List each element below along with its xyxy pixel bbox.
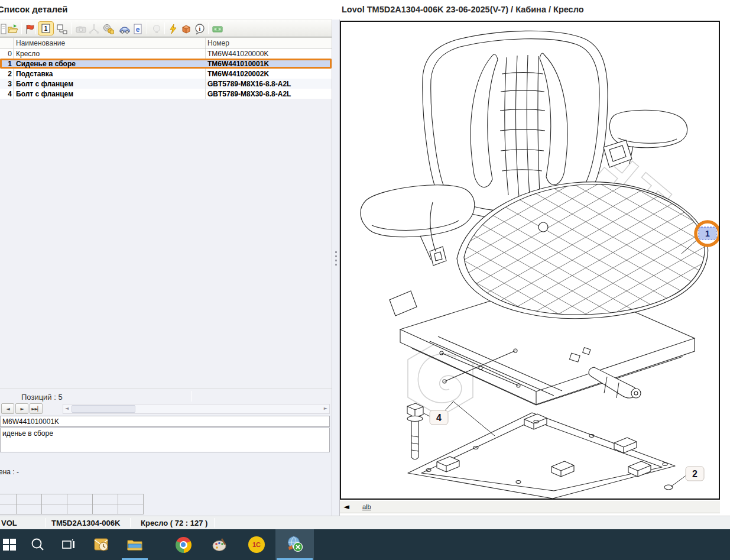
table-row[interactable]: 4 Болт с фланцем GBT5789-M8X30-8.8-A2L [0, 89, 332, 99]
grid-cell[interactable] [42, 504, 67, 514]
grid-cell[interactable] [118, 504, 144, 514]
quantity-grid[interactable]: 1 [0, 494, 144, 514]
svg-text:1: 1 [705, 229, 710, 238]
scroll-right-icon[interactable]: ► [324, 406, 327, 411]
row-index: 2 [1, 70, 12, 78]
camera-icon[interactable] [74, 22, 87, 35]
nav-prev-button[interactable]: ◄ [1, 403, 14, 414]
scroll-left-icon[interactable]: ◄ [343, 502, 349, 511]
toolbar-separator [21, 22, 22, 34]
grid-cell[interactable] [0, 504, 17, 514]
scrollbar-thumb[interactable] [72, 405, 135, 413]
part-name: Подставка [16, 70, 53, 78]
grid-cell[interactable] [42, 494, 67, 504]
selected-part-number-field[interactable]: M6W441010001K [0, 416, 330, 427]
drawing-scrollbar[interactable]: ◄ alb [340, 501, 720, 513]
part-number: GBT5789-M8X30-8.8-A2L [207, 90, 291, 98]
table-row-selected[interactable]: 1 Сиденье в сборе TM6W441010001K [0, 59, 332, 69]
paint-button[interactable] [206, 529, 234, 560]
parts-catalog-icon [286, 536, 304, 553]
windows-taskbar: 1С [0, 529, 730, 560]
grid-cell[interactable]: 1 [0, 494, 17, 504]
callout-2[interactable]: 2 [686, 467, 704, 481]
table-header[interactable]: Наименование Номер [0, 37, 332, 48]
car-icon[interactable] [118, 22, 131, 35]
toolbar-separator [208, 22, 209, 34]
hierarchy-icon[interactable] [56, 22, 69, 35]
technical-drawing-viewport[interactable]: НТ [340, 21, 720, 500]
grid-cell[interactable] [17, 494, 42, 504]
nav-last-button[interactable]: ►►▏ [30, 403, 43, 414]
grid-cell[interactable] [67, 494, 93, 504]
file-explorer-icon [126, 536, 143, 553]
search-icon [30, 537, 46, 552]
left-panel-title: Список деталей [0, 4, 68, 14]
divider [45, 518, 46, 527]
gear-coins-icon[interactable] [102, 22, 115, 35]
parts-list-panel: 1 e i [0, 20, 332, 516]
search-button[interactable] [24, 529, 52, 560]
drawing-title: Lovol TM5D2A1304-006K 23-06-2025(V-7) / … [342, 5, 584, 14]
row-index: 4 [1, 90, 12, 98]
table-row[interactable]: 0 Кресло TM6W441020000K [0, 48, 332, 59]
callout-4[interactable]: 4 [430, 410, 448, 425]
exploded-view-icon[interactable] [87, 22, 100, 35]
seat-technical-drawing: НТ [341, 22, 719, 499]
task-view-button[interactable] [54, 529, 83, 560]
callout-1-selected[interactable]: 1 [696, 222, 719, 245]
row-index: 0 [1, 50, 12, 58]
toolbar-separator [164, 22, 165, 34]
part-name: Сиденье в сборе [16, 60, 76, 68]
horizontal-scrollbar[interactable]: ◄ ► [63, 404, 330, 414]
window-header: Список деталей Lovol TM5D2A1304-006K 23-… [0, 0, 730, 20]
one-c-button[interactable]: 1С [242, 529, 271, 560]
svg-text:1: 1 [44, 25, 48, 32]
status-bar: VOL TM5D2A1304-006K Кресло ( 72 : 127 ) [0, 516, 730, 529]
open-folder-icon[interactable] [6, 22, 19, 35]
windows-logo-icon [2, 537, 17, 552]
row-index: 3 [1, 80, 12, 88]
svg-text:e: e [136, 25, 140, 34]
start-button[interactable] [0, 529, 24, 560]
document-e-icon[interactable]: e [131, 22, 144, 35]
svg-text:2: 2 [692, 469, 697, 479]
chrome-icon [176, 537, 192, 553]
selected-part-name-field[interactable]: иденье в сборе [0, 428, 330, 452]
bolt [407, 403, 423, 459]
toolbar-separator [35, 22, 36, 34]
table-empty-area [0, 99, 332, 389]
nav-next-button[interactable]: ► [15, 403, 28, 414]
item-number-toggle-icon[interactable]: 1 [38, 21, 54, 35]
grid-cell[interactable] [118, 494, 144, 504]
parts-catalog-app-button[interactable] [275, 529, 314, 560]
drawing-sheet-label[interactable]: alb [362, 503, 371, 510]
scroll-left-icon[interactable]: ◄ [65, 406, 69, 411]
grid-cell[interactable] [67, 504, 93, 514]
paint-palette-icon [212, 536, 228, 553]
outlook-button[interactable] [87, 529, 116, 560]
parts-table: Наименование Номер 0 Кресло TM6W44102000… [0, 37, 332, 99]
bulb-icon[interactable] [150, 22, 163, 35]
table-row[interactable]: 3 Болт с фланцем GBT5789-M8X16-8.8-A2L [0, 79, 332, 89]
money-icon[interactable] [211, 22, 224, 35]
grid-cell[interactable] [17, 504, 42, 514]
grid-cell[interactable] [93, 494, 118, 504]
flag-icon[interactable] [24, 22, 37, 35]
part-number: TM6W441010001K [207, 60, 269, 68]
table-row[interactable]: 2 Подставка TM6W441020002K [0, 69, 332, 79]
price-label: ена : - [0, 468, 19, 476]
file-explorer-button[interactable] [121, 529, 149, 560]
panel-splitter[interactable] [332, 20, 340, 516]
info-bubble-icon[interactable]: i [193, 22, 206, 35]
left-armrest [361, 185, 475, 260]
status-brand: VOL [1, 519, 17, 527]
cube-icon[interactable] [180, 22, 193, 35]
positions-row: Позиций : 5 [0, 389, 332, 403]
column-name-header[interactable]: Наименование [16, 39, 65, 47]
column-number-header[interactable]: Номер [207, 39, 229, 47]
chrome-button[interactable] [169, 529, 197, 560]
lightning-icon[interactable] [167, 22, 180, 35]
svg-text:i: i [199, 25, 201, 32]
positions-count-label: Позиций : 5 [21, 393, 63, 402]
grid-cell[interactable] [93, 504, 118, 514]
